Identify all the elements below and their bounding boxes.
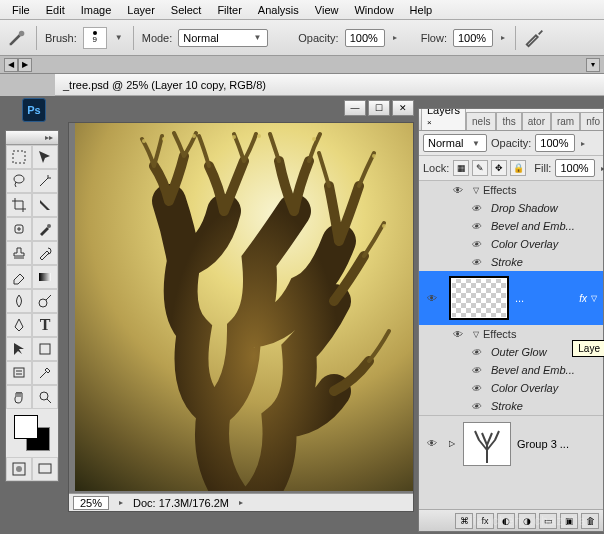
layer-name[interactable]: Group 3 ... [517,438,569,450]
tool-indicator-icon[interactable] [6,27,28,49]
lasso-tool-icon[interactable] [6,169,32,193]
tab-info[interactable]: nfo [580,112,603,130]
visibility-toggle[interactable] [467,255,485,269]
status-menu-icon[interactable]: ▸ [237,498,245,507]
tab-channels[interactable]: nels [466,112,496,130]
zoom-tool-icon[interactable] [32,385,58,409]
quickmask-icon[interactable] [6,457,32,481]
menu-edit[interactable]: Edit [38,2,73,18]
stamp-tool-icon[interactable] [6,241,32,265]
blend-mode-select[interactable]: Normal▼ [178,29,268,47]
eyedropper-tool-icon[interactable] [32,361,58,385]
flow-input[interactable]: 100% [453,29,493,47]
marquee-tool-icon[interactable] [6,145,32,169]
layer-row-selected[interactable]: ... fx ▽ [419,271,603,325]
effect-item[interactable]: Stroke [419,397,603,415]
menu-view[interactable]: View [307,2,347,18]
flow-flyout-icon[interactable]: ▸ [499,33,507,42]
shape-tool-icon[interactable] [32,337,58,361]
lock-position-icon[interactable]: ✥ [491,160,507,176]
close-button[interactable]: ✕ [392,100,414,116]
heal-tool-icon[interactable] [6,217,32,241]
move-tool-icon[interactable] [32,145,58,169]
blur-tool-icon[interactable] [6,289,32,313]
airbrush-icon[interactable] [524,27,546,49]
menu-window[interactable]: Window [346,2,401,18]
visibility-toggle[interactable] [423,291,441,305]
fx-badge-icon[interactable]: fx [579,293,587,304]
lock-pixels-icon[interactable]: ✎ [472,160,488,176]
menu-filter[interactable]: Filter [209,2,249,18]
tab-prev-icon[interactable]: ◀ [4,58,18,72]
lock-all-icon[interactable]: 🔒 [510,160,526,176]
visibility-toggle[interactable] [449,183,467,197]
effects-expand-icon[interactable]: ▽ [589,294,599,303]
minimize-button[interactable]: — [344,100,366,116]
effect-item[interactable]: Stroke [419,253,603,271]
effect-item[interactable]: Color Overlay [419,235,603,253]
opacity-slider-icon[interactable]: ▸ [579,139,587,148]
tab-navigator[interactable]: ator [522,112,551,130]
foreground-color-swatch[interactable] [14,415,38,439]
window-menu-icon[interactable]: ▾ [586,58,600,72]
brush-preset-picker[interactable]: 9 [83,27,107,49]
hand-tool-icon[interactable] [6,385,32,409]
document-canvas[interactable]: 25% ▸ Doc: 17.3M/176.2M ▸ [68,122,414,512]
effect-item[interactable]: Drop Shadow [419,199,603,217]
history-brush-icon[interactable] [32,241,58,265]
menu-select[interactable]: Select [163,2,210,18]
layer-thumbnail[interactable] [463,422,511,466]
visibility-toggle[interactable] [467,363,485,377]
visibility-toggle[interactable] [467,345,485,359]
menu-analysis[interactable]: Analysis [250,2,307,18]
tab-layers[interactable]: Layers × [421,109,466,130]
crop-tool-icon[interactable] [6,193,32,217]
layer-thumbnail[interactable] [449,276,509,320]
zoom-input[interactable]: 25% [73,496,109,510]
pen-tool-icon[interactable] [6,313,32,337]
slice-tool-icon[interactable] [32,193,58,217]
effect-item[interactable]: Color Overlay [419,379,603,397]
notes-tool-icon[interactable] [6,361,32,385]
opacity-flyout-icon[interactable]: ▸ [391,33,399,42]
visibility-toggle[interactable] [467,381,485,395]
effect-item[interactable]: Bevel and Emb... [419,361,603,379]
effect-item[interactable]: Bevel and Emb... [419,217,603,235]
layer-blend-select[interactable]: Normal▼ [423,134,487,152]
brush-tool-icon[interactable] [32,217,58,241]
maximize-button[interactable]: ☐ [368,100,390,116]
group-expand-icon[interactable]: ▷ [449,439,455,448]
type-tool-icon[interactable]: T [32,313,58,337]
layer-row-group[interactable]: ▷ Group 3 ... [419,415,603,471]
lock-transparency-icon[interactable]: ▦ [453,160,469,176]
fill-slider-icon[interactable]: ▸ [599,164,604,173]
tab-histogram[interactable]: ram [551,112,580,130]
dodge-tool-icon[interactable] [32,289,58,313]
toolbox-grip[interactable]: ▸▸ [6,131,58,145]
opacity-input[interactable]: 100% [345,29,385,47]
visibility-toggle[interactable] [467,201,485,215]
eraser-tool-icon[interactable] [6,265,32,289]
tab-next-icon[interactable]: ▶ [18,58,32,72]
visibility-toggle[interactable] [467,237,485,251]
menu-layer[interactable]: Layer [119,2,163,18]
screenmode-icon[interactable] [32,457,58,481]
effects-header[interactable]: ▽Effects [419,181,603,199]
menu-image[interactable]: Image [73,2,120,18]
menu-help[interactable]: Help [402,2,441,18]
layer-name[interactable]: ... [515,292,524,304]
menu-file[interactable]: File [4,2,38,18]
tab-paths[interactable]: ths [496,112,521,130]
layer-opacity-input[interactable]: 100% [535,134,575,152]
color-swatches[interactable] [6,409,58,457]
path-select-icon[interactable] [6,337,32,361]
gradient-tool-icon[interactable] [32,265,58,289]
visibility-toggle[interactable] [467,219,485,233]
chevron-down-icon[interactable]: ▼ [113,33,125,42]
visibility-toggle[interactable] [449,327,467,341]
wand-tool-icon[interactable] [32,169,58,193]
chevron-right-icon[interactable]: ▸ [117,498,125,507]
visibility-toggle[interactable] [467,399,485,413]
fill-input[interactable]: 100% [555,159,595,177]
visibility-toggle[interactable] [423,437,441,451]
